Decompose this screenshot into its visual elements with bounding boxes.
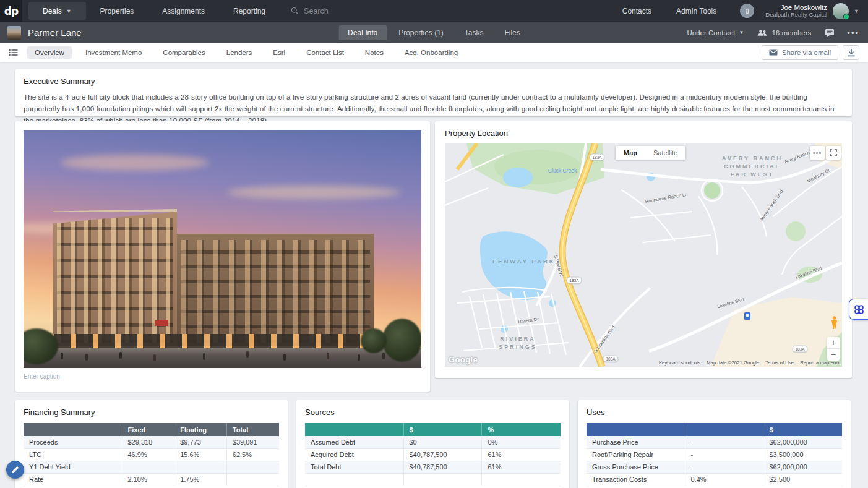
map-more-button[interactable]: ••• [810,146,825,160]
table-cell: - [685,461,763,473]
table-row[interactable]: Y1 Debt Yield [24,461,279,473]
tab-contact-list[interactable]: Contact List [299,46,351,59]
map-base [445,143,842,367]
toc-list-icon[interactable] [9,49,18,56]
members-count: 16 members [771,29,811,36]
route-shield: 183A [589,154,604,161]
tab-overview[interactable]: Overview [27,46,72,59]
comments-button[interactable] [825,28,835,37]
terms-link[interactable]: Terms of Use [765,360,794,366]
user-menu-caret-icon[interactable]: ▼ [854,8,859,14]
table-cell: 61% [482,448,561,461]
chevron-down-icon: ▼ [739,30,744,35]
map-marker[interactable] [744,312,750,320]
deal-more-menu[interactable]: ••• [847,28,859,37]
deal-thumbnail[interactable] [7,26,21,40]
zoom-out-button[interactable]: − [827,349,840,361]
map-fullscreen-button[interactable] [826,146,841,160]
nav-link-admin-tools[interactable]: Admin Tools [664,7,729,15]
pegman-icon [830,316,838,330]
table-cell: Total Debt [305,461,403,473]
map-data-text: Map data ©2021 Google [707,360,759,366]
column-header [24,423,122,436]
comment-icon [825,28,835,37]
tab-investment-memo[interactable]: Investment Memo [78,46,149,59]
tab-esri[interactable]: Esri [265,46,293,59]
table-row[interactable]: Rate2.10%1.75% [24,473,279,486]
column-header: $ [763,423,842,436]
route-shield: 183A [792,346,807,353]
route-shield: 183A [603,356,618,362]
map-view-button[interactable]: Map [616,146,645,160]
keyboard-shortcuts-link[interactable]: Keyboard shortcuts [659,360,700,366]
notification-badge[interactable]: 0 [740,4,754,18]
table-row[interactable]: Transaction Costs0.4%$2,500 [587,473,842,486]
table-cell: Acquired Debt [305,448,403,461]
table-cell: Assumed Debt [305,436,403,448]
table-cell: 0% [482,436,561,448]
search-icon [291,7,299,15]
table-cell [226,473,279,486]
global-search[interactable]: Search [291,7,329,15]
tab-lenders[interactable]: Lenders [219,46,260,59]
nav-item-assignments[interactable]: Assignments [148,2,219,20]
deal-tab-tasks[interactable]: Tasks [455,25,493,40]
pedestrians [61,353,63,359]
table-cell [174,461,227,473]
topnav-right: ContactsAdmin Tools 0 Joe Moskowitz Deal… [610,3,868,19]
pegman-control[interactable] [830,316,838,332]
property-photo[interactable] [24,130,421,368]
table-row[interactable]: LTC46.9%15.6%62.5% [24,448,279,461]
zoom-in-button[interactable]: + [827,337,840,349]
dealpath-logo[interactable]: dp [0,0,22,22]
table-cell: $29,318 [122,436,174,448]
nav-item-deals[interactable]: Deals▼ [28,2,86,20]
google-map[interactable]: Cluck CreekAVERY RANCHCOMMERCIALFAR WEST… [445,143,842,367]
photo-caption-input[interactable]: Enter caption [24,373,421,380]
edit-fab-button[interactable] [6,461,24,479]
table-row[interactable]: Gross Purchase Price-$62,000,000 [587,461,842,473]
deal-tab-files[interactable]: Files [496,25,530,40]
table-cell: Purchase Price [587,436,685,448]
download-button[interactable] [843,45,859,60]
table-row[interactable]: Proceeds$29,318$9,773$39,091 [24,436,279,448]
table-row[interactable]: Total Debt$40,787,50061% [305,461,561,473]
share-via-email-button[interactable]: Share via email [762,45,838,60]
deal-title: Parmer Lane [28,27,82,38]
property-photo-card: Enter caption [15,121,430,392]
tab-notes[interactable]: Notes [358,46,391,59]
table-row[interactable]: Acquired Debt$40,787,50061% [305,448,561,461]
executive-summary-card: Executive Summary The site is a 4-acre f… [15,69,852,116]
widget-icon [854,304,864,315]
nav-item-reporting[interactable]: Reporting [219,2,280,20]
table-row[interactable]: Purchase Price-$62,000,000 [587,436,842,448]
satellite-view-button[interactable]: Satellite [645,146,685,160]
tab-acq-onboarding[interactable]: Acq. Onboarding [397,46,465,59]
table-cell [403,473,482,486]
table-row[interactable]: Roof/Parking Repair-$3,500,000 [587,448,842,461]
building-roofline [53,209,177,212]
table-cell: $3,500,000 [763,448,842,461]
table-row[interactable] [305,473,561,486]
table-cell: Gross Purchase Price [587,461,685,473]
table-cell: 2.10% [122,473,174,486]
pencil-icon [11,466,19,474]
deal-tab-properties-1-[interactable]: Properties (1) [389,25,453,40]
members-button[interactable]: 16 members [757,29,811,36]
deal-stage-dropdown[interactable]: Under Contract ▼ [687,29,744,36]
google-watermark: Google [449,355,478,364]
route-shield: 183A [566,277,582,284]
tab-comparables[interactable]: Comparables [155,46,212,59]
table-row[interactable]: Assumed Debt$00% [305,436,561,448]
report-error-link[interactable]: Report a map error [800,360,841,366]
nav-item-properties[interactable]: Properties [86,2,148,20]
nav-link-contacts[interactable]: Contacts [610,7,664,15]
building-right-wing [177,234,374,346]
deal-stage-label: Under Contract [687,29,736,36]
deal-tab-deal-info[interactable]: Deal Info [338,25,387,40]
table-cell: Rate [24,473,122,486]
user-avatar[interactable] [833,3,849,19]
column-header: Floating [174,423,227,436]
browser-extension-widget[interactable] [849,299,868,320]
financing-summary-card: Financing Summary FixedFloatingTotalProc… [15,400,288,488]
